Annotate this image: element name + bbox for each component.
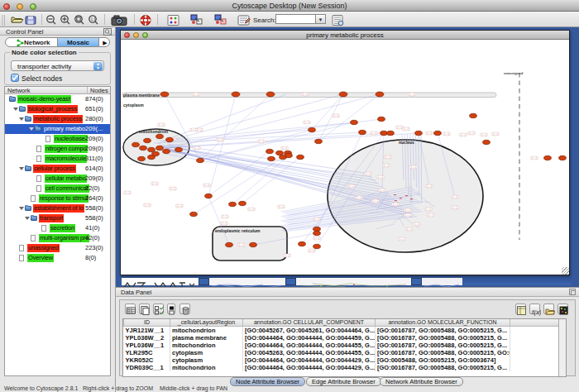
svg-text:[--·--]: [--·--] [152,182,157,185]
svg-text:[--·--]: [--·--] [366,172,371,175]
svg-text:[--·--]: [--·--] [204,184,209,187]
svg-text:[--·--]: [--·--] [393,203,398,206]
svg-text:[--·--]: [--·--] [191,128,196,131]
svg-text:f(x): f(x) [532,308,541,315]
svg-text:cytoplasm: cytoplasm [123,103,144,108]
svg-text:[--·--]: [--·--] [444,132,449,136]
svg-text:[--·--]: [--·--] [452,206,457,209]
svg-text:[--·--]: [--·--] [427,131,432,135]
svg-text:[--·--]: [--·--] [371,131,376,135]
svg-text:[--·--]: [--·--] [397,126,402,129]
svg-text:[--·--]: [--·--] [426,208,431,211]
svg-text:[--·--]: [--·--] [414,222,419,226]
svg-text:plasma membrane: plasma membrane [123,93,160,98]
svg-text:[--·--]: [--·--] [304,121,309,124]
svg-text:[--·--]: [--·--] [145,203,150,207]
svg-text:[--·--]: [--·--] [282,146,287,150]
svg-text:[--·--]: [--·--] [380,189,385,192]
svg-text:[--·--]: [--·--] [349,184,354,188]
svg-text:[--·--]: [--·--] [411,165,416,169]
svg-text:nucleus: nucleus [399,140,414,145]
svg-text:[--·--]: [--·--] [356,196,361,199]
svg-text:[--·--]: [--·--] [177,204,182,208]
svg-text:[--·--]: [--·--] [407,227,412,231]
svg-text:[--·--]: [--·--] [239,243,244,246]
svg-text:[--·--]: [--·--] [194,93,199,96]
svg-text:[--·--]: [--·--] [400,237,404,241]
svg-text:[--·--]: [--·--] [373,199,378,203]
svg-text:mitochondrion: mitochondrion [139,129,168,134]
svg-text:[--·--]: [--·--] [333,114,338,117]
svg-text:[--·--]: [--·--] [197,128,202,131]
svg-text:[--·--]: [--·--] [427,184,432,188]
svg-text:[--·--]: [--·--] [469,131,474,135]
svg-text:[--·--]: [--·--] [285,254,290,257]
svg-text:[--·--]: [--·--] [223,215,227,218]
svg-text:[--·--]: [--·--] [409,93,414,96]
svg-text:[--·--]: [--·--] [303,93,308,96]
svg-text:[--·--]: [--·--] [249,208,254,211]
svg-text:[--·--]: [--·--] [481,133,486,136]
svg-text:[--·--]: [--·--] [452,195,457,198]
svg-text:[--·--]: [--·--] [279,205,284,208]
svg-text:[--·--]: [--·--] [222,222,227,225]
svg-text:[--·--]: [--·--] [493,132,498,136]
svg-text:[--·--]: [--·--] [159,123,164,127]
svg-text:[--·--]: [--·--] [385,155,390,159]
svg-text:1:1: 1:1 [91,17,97,22]
svg-text:[--·--]: [--·--] [309,249,314,252]
svg-text:[--·--]: [--·--] [170,187,175,190]
svg-text:[--·--]: [--·--] [404,127,409,131]
svg-text:[--·--]: [--·--] [405,208,410,212]
svg-text:[--·--]: [--·--] [125,191,130,194]
svg-text:[--·--]: [--·--] [532,156,537,160]
svg-text:[--·--]: [--·--] [194,146,199,150]
svg-text:[--·--]: [--·--] [314,237,319,240]
svg-text:unassigned: unassigned [504,71,524,75]
svg-text:[--·--]: [--·--] [314,218,319,221]
svg-text:[--·--]: [--·--] [378,175,383,179]
svg-text:[--·--]: [--·--] [384,164,389,167]
svg-text:[--·--]: [--·--] [405,213,410,217]
svg-text:[--·--]: [--·--] [259,140,264,143]
svg-text:[--·--]: [--·--] [218,138,223,141]
svg-text:[--·--]: [--·--] [428,213,433,217]
svg-text:endoplasmic reticulum: endoplasmic reticulum [215,228,261,233]
svg-text:[--·--]: [--·--] [461,133,466,136]
